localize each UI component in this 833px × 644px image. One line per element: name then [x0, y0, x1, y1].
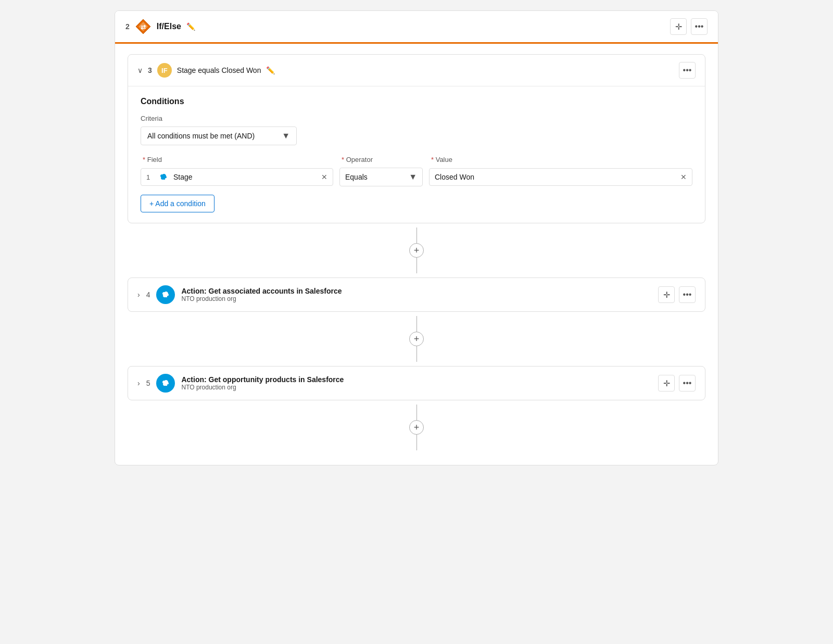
action-block-2: › 5 Action: Get opportunity products in … — [128, 366, 705, 400]
inner-content: ∨ 3 IF Stage equals Closed Won ✏️ ••• Co… — [115, 44, 718, 465]
salesforce-logo-1 — [156, 285, 175, 304]
if-more-button[interactable]: ••• — [679, 62, 696, 79]
action-text-1: Action: Get associated accounts in Sales… — [181, 287, 342, 302]
main-card: 2 ⇄ If/Else ✏️ ✛ ••• ∨ 3 IF Stage equ — [115, 10, 718, 465]
connector-line-bottom-2 — [416, 346, 417, 362]
connector-2: + — [128, 312, 705, 366]
action-text-2: Action: Get opportunity products in Sale… — [181, 375, 344, 391]
field-header-value: * Value — [431, 156, 692, 163]
outer-header-left: 2 ⇄ If/Else ✏️ — [125, 18, 195, 35]
if-block: ∨ 3 IF Stage equals Closed Won ✏️ ••• Co… — [128, 54, 705, 223]
action-title-1: Action: Get associated accounts in Sales… — [181, 287, 342, 295]
value-text: Closed Won — [435, 173, 474, 181]
field-clear-icon[interactable]: ✕ — [321, 173, 327, 181]
action-right-2: ✛ ••• — [658, 375, 696, 392]
diamond-icon: ⇄ — [135, 18, 152, 35]
action-chevron-1[interactable]: › — [137, 291, 140, 299]
action-more-button-2[interactable]: ••• — [679, 375, 696, 392]
connector-line-top-3 — [416, 405, 417, 420]
more-options-button[interactable]: ••• — [691, 18, 708, 35]
criteria-label: Criteria — [141, 115, 692, 122]
action-block-1: › 4 Action: Get associated accounts in S… — [128, 277, 705, 312]
action-step-num-1: 4 — [146, 291, 150, 299]
action-right-1: ✛ ••• — [658, 286, 696, 303]
operator-select[interactable]: Equals ▼ — [339, 168, 423, 186]
if-badge: IF — [157, 63, 172, 78]
add-condition-button[interactable]: + Add a condition — [141, 195, 214, 212]
field-header-field: * Field — [143, 156, 335, 163]
connector-3: + — [128, 400, 705, 454]
action-title-2: Action: Get opportunity products in Sale… — [181, 375, 344, 384]
field-name: Stage — [173, 173, 317, 181]
outer-header-right: ✛ ••• — [670, 18, 708, 35]
connector-line-top-1 — [416, 228, 417, 243]
if-title: Stage equals Closed Won — [177, 66, 261, 74]
action-move-button-2[interactable]: ✛ — [658, 375, 675, 392]
condition-number: 1 — [146, 173, 154, 181]
add-step-button-1[interactable]: + — [409, 243, 424, 258]
connector-1: + — [128, 223, 705, 277]
move-button[interactable]: ✛ — [670, 18, 687, 35]
outer-step-number: 2 — [125, 22, 130, 31]
action-move-button-1[interactable]: ✛ — [658, 286, 675, 303]
add-condition-label: + Add a condition — [149, 199, 206, 208]
conditions-section: Conditions Criteria All conditions must … — [128, 86, 705, 223]
action-subtitle-2: NTO production org — [181, 384, 344, 391]
salesforce-cloud-icon — [158, 173, 169, 181]
field-input[interactable]: 1 Stage ✕ — [141, 168, 333, 186]
operator-required-star: * — [342, 156, 344, 163]
action-left-2: › 5 Action: Get opportunity products in … — [137, 374, 344, 393]
value-required-star: * — [431, 156, 434, 163]
criteria-dropdown-arrow: ▼ — [282, 131, 290, 141]
salesforce-logo-2 — [156, 374, 175, 393]
salesforce-icon-1 — [160, 291, 171, 299]
salesforce-icon-2 — [160, 379, 171, 387]
field-required-star: * — [143, 156, 145, 163]
operator-value: Equals — [345, 173, 368, 181]
field-headers: * Field * Operator * Value — [141, 156, 692, 163]
criteria-select[interactable]: All conditions must be met (AND) ▼ — [141, 127, 297, 145]
criteria-select-text: All conditions must be met (AND) — [147, 132, 255, 140]
if-header-left: ∨ 3 IF Stage equals Closed Won ✏️ — [137, 63, 275, 78]
if-edit-icon[interactable]: ✏️ — [266, 66, 275, 74]
outer-edit-icon[interactable]: ✏️ — [186, 22, 195, 31]
svg-text:⇄: ⇄ — [141, 23, 146, 31]
value-clear-icon[interactable]: ✕ — [680, 173, 687, 181]
if-step-number: 3 — [148, 66, 152, 74]
if-header: ∨ 3 IF Stage equals Closed Won ✏️ ••• — [128, 55, 705, 86]
action-left-1: › 4 Action: Get associated accounts in S… — [137, 285, 342, 304]
action-step-num-2: 5 — [146, 379, 150, 387]
action-chevron-2[interactable]: › — [137, 379, 140, 387]
value-input[interactable]: Closed Won ✕ — [429, 168, 692, 186]
action-more-button-1[interactable]: ••• — [679, 286, 696, 303]
add-step-button-2[interactable]: + — [409, 332, 424, 346]
operator-dropdown-arrow: ▼ — [409, 172, 417, 182]
field-header-operator: * Operator — [342, 156, 425, 163]
connector-line-bottom-1 — [416, 258, 417, 273]
conditions-heading: Conditions — [141, 97, 692, 106]
connector-line-bottom-3 — [416, 435, 417, 450]
add-step-button-3[interactable]: + — [409, 420, 424, 435]
connector-line-top-2 — [416, 316, 417, 332]
if-collapse-chevron[interactable]: ∨ — [137, 66, 143, 74]
condition-row: 1 Stage ✕ Equals ▼ — [141, 168, 692, 186]
action-subtitle-1: NTO production org — [181, 295, 342, 302]
outer-header: 2 ⇄ If/Else ✏️ ✛ ••• — [115, 11, 718, 44]
outer-title: If/Else — [157, 22, 181, 31]
